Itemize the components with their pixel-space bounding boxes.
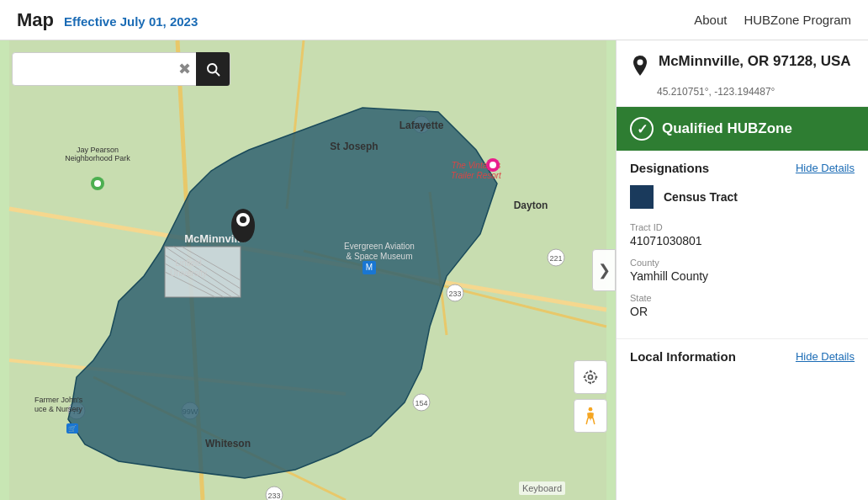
header-left: Map Effective July 01, 2023 [17, 9, 198, 31]
svg-text:Neighborhood Park: Neighborhood Park [65, 154, 130, 162]
county-label: County [630, 258, 855, 268]
tract-id-value: 41071030801 [630, 234, 855, 247]
census-tract-row: Census Tract [630, 185, 855, 209]
clear-icon[interactable]: ✖ [173, 61, 196, 77]
state-label: State [630, 293, 855, 303]
header: Map Effective July 01, 2023 About HUBZon… [0, 0, 868, 40]
search-button[interactable] [196, 52, 230, 86]
svg-text:154: 154 [415, 399, 427, 407]
map-svg: 99W 233 99W 233 221 154 75 Lafayette [0, 40, 616, 500]
state-value: OR [630, 305, 855, 318]
county-value: Yamhill County [630, 269, 855, 283]
location-coords: 45.210751°, -123.194487° [657, 86, 855, 98]
designations-title: Designations [630, 161, 709, 175]
svg-point-59 [585, 371, 595, 382]
designations-section: Designations Hide Details Census Tract T… [617, 151, 868, 339]
gps-location-button[interactable] [574, 360, 607, 394]
street-view-button[interactable] [574, 399, 607, 433]
svg-point-48 [94, 180, 101, 187]
local-info-header: Local Information Hide Details [630, 349, 855, 364]
svg-point-60 [589, 407, 593, 412]
svg-text:Evergreen Aviation: Evergreen Aviation [344, 242, 415, 251]
svg-text:Trailer Resort: Trailer Resort [451, 171, 502, 180]
search-bar: ✖ [12, 52, 230, 86]
right-panel: McMinnville, OR 97128, USA 45.210751°, -… [616, 40, 868, 500]
svg-text:221: 221 [549, 254, 562, 263]
svg-text:St Joseph: St Joseph [330, 141, 378, 152]
svg-text:Farmer John's: Farmer John's [34, 396, 83, 404]
hide-details-button[interactable]: Hide Details [796, 162, 855, 174]
designations-header: Designations Hide Details [630, 161, 855, 175]
svg-text:233: 233 [267, 492, 280, 500]
tract-id-label: Tract ID [630, 222, 855, 232]
header-subtitle: Effective July 01, 2023 [64, 14, 198, 29]
svg-text:Lafayette: Lafayette [400, 120, 444, 131]
svg-point-52 [490, 162, 496, 168]
svg-text:Jay Pearson: Jay Pearson [77, 146, 119, 154]
location-pin-icon [630, 54, 650, 82]
tract-id-field: Tract ID 41071030801 [630, 222, 855, 247]
map-area[interactable]: ✖ 99W 233 [0, 40, 616, 500]
local-info-hide-details-button[interactable]: Hide Details [796, 350, 855, 363]
census-color-box [630, 185, 654, 209]
svg-point-57 [240, 216, 246, 223]
svg-text:233: 233 [448, 290, 461, 298]
location-name: McMinnville, OR 97128, USA [659, 52, 851, 71]
svg-text:M: M [366, 263, 373, 272]
svg-text:& Space Museum: & Space Museum [347, 252, 413, 261]
local-info-title: Local Information [630, 349, 736, 364]
svg-text:Linfield: Linfield [175, 258, 202, 268]
svg-point-61 [638, 60, 643, 66]
chevron-right-icon: ❯ [598, 261, 611, 279]
header-nav: About HUBZone Program [694, 13, 851, 27]
keyboard-label: Keyboard [519, 481, 565, 495]
page-title: Map [17, 9, 54, 31]
nav-hubzone-program[interactable]: HUBZone Program [744, 13, 851, 27]
svg-point-58 [589, 375, 593, 380]
svg-line-1 [215, 72, 219, 75]
search-input[interactable] [13, 62, 173, 76]
hubzone-check-icon: ✓ [630, 117, 654, 141]
svg-text:Whiteson: Whiteson [205, 438, 251, 449]
svg-text:🛒: 🛒 [68, 424, 77, 433]
location-header: McMinnville, OR 97128, USA 45.210751°, -… [617, 40, 868, 107]
map-expand-button[interactable]: ❯ [592, 249, 616, 291]
census-tract-label: Census Tract [664, 190, 738, 204]
hubzone-label: Qualified HUBZone [662, 120, 792, 137]
svg-text:University: University [170, 269, 207, 278]
county-field: County Yamhill County [630, 258, 855, 283]
svg-text:uce & Nursery: uce & Nursery [34, 405, 83, 413]
main-content: ✖ 99W 233 [0, 40, 868, 500]
hubzone-badge: ✓ Qualified HUBZone [617, 107, 868, 151]
state-field: State OR [630, 293, 855, 318]
map-controls [574, 360, 607, 433]
location-top: McMinnville, OR 97128, USA [630, 52, 855, 82]
local-info-section: Local Information Hide Details [617, 339, 868, 374]
svg-text:Dayton: Dayton [514, 199, 548, 211]
nav-about[interactable]: About [694, 13, 727, 27]
